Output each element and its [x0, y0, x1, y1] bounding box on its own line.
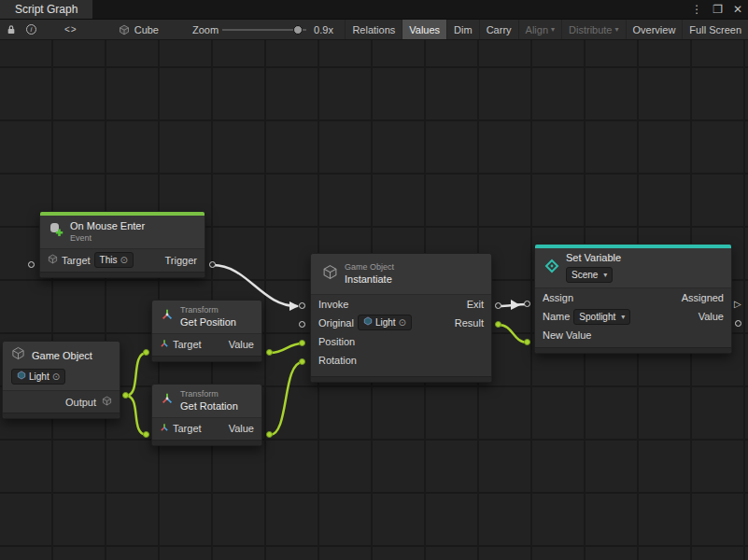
chevron-down-icon: ▾: [615, 25, 619, 34]
info-icon[interactable]: i: [26, 24, 36, 35]
zoom-label: Zoom: [192, 24, 219, 35]
port-getposition-target[interactable]: [143, 349, 149, 356]
wire-light-to-getposition: [126, 353, 147, 396]
gameobject-cube-icon: [322, 264, 338, 284]
port-setvariable-assign[interactable]: [524, 301, 530, 307]
wire-arrow-icon: [289, 301, 299, 311]
port-setvariable-assigned[interactable]: ▷: [734, 300, 741, 309]
port-label-original: Original: [318, 317, 354, 329]
node-set-variable[interactable]: Set Variable Scene ▾ Assign Assigned Nam…: [534, 244, 732, 354]
close-icon[interactable]: ✕: [733, 3, 742, 16]
node-footer: [152, 356, 261, 361]
mouse-enter-event-icon: [49, 222, 64, 241]
node-category: Transform: [180, 305, 236, 315]
port-label-result: Result: [455, 317, 484, 329]
port-getrotation-value[interactable]: [266, 431, 273, 438]
node-game-object-literal[interactable]: Game Object Light ⊙ Output: [2, 341, 120, 419]
node-footer: [40, 272, 205, 277]
align-button[interactable]: Align ▾: [518, 20, 561, 39]
port-getposition-value[interactable]: [266, 349, 273, 356]
node-get-rotation[interactable]: Transform Get Rotation Target Value: [151, 384, 262, 446]
port-label-assign: Assign: [543, 292, 573, 303]
dim-button[interactable]: Dim: [446, 20, 479, 39]
wire-rotation-value: [270, 362, 303, 435]
values-button[interactable]: Values: [402, 20, 446, 39]
graph-canvas[interactable]: On Mouse Enter Event Target This ⊙ Trigg…: [0, 40, 748, 560]
node-title: Get Rotation: [180, 400, 238, 413]
node-on-mouse-enter[interactable]: On Mouse Enter Event Target This ⊙ Trigg…: [39, 211, 205, 278]
gameobject-type-icon: [363, 316, 373, 329]
zoom-slider[interactable]: [222, 29, 306, 31]
port-label-assigned: Assigned: [682, 292, 724, 303]
port-label-exit: Exit: [467, 299, 484, 310]
node-footer: [152, 440, 261, 445]
node-title: Get Position: [180, 316, 236, 329]
menu-icon[interactable]: ⋮: [691, 3, 702, 16]
relations-button[interactable]: Relations: [345, 20, 402, 39]
node-header: On Mouse Enter Event: [40, 216, 205, 248]
port-label-target: Target: [173, 339, 202, 350]
port-setvariable-value[interactable]: [735, 320, 741, 327]
port-setvariable-newvalue[interactable]: [524, 339, 530, 345]
node-header: Set Variable Scene ▾: [535, 248, 731, 287]
wire-position-value: [270, 343, 303, 353]
tab-title: Script Graph: [15, 3, 78, 16]
target-picker-icon[interactable]: ⊙: [399, 316, 406, 329]
transform-icon: [161, 308, 174, 325]
port-instantiate-rotation[interactable]: [299, 358, 305, 365]
cube-object-icon: [119, 24, 130, 35]
port-instantiate-result[interactable]: [495, 321, 501, 328]
zoom-slider-handle[interactable]: [293, 25, 303, 35]
variable-icon: [544, 259, 559, 277]
target-picker-icon[interactable]: ⊙: [120, 254, 127, 266]
distribute-button[interactable]: Distribute ▾: [561, 20, 625, 39]
variable-name-dropdown[interactable]: Spotlight ▾: [573, 309, 630, 325]
node-category: Game Object: [345, 262, 394, 273]
code-icon[interactable]: <>: [64, 24, 78, 35]
node-get-position[interactable]: Transform Get Position Target Value: [151, 300, 262, 362]
port-gameobject-output[interactable]: [122, 392, 129, 399]
chevron-down-icon: ▾: [603, 269, 607, 281]
light-object-field[interactable]: Light ⊙: [11, 369, 65, 385]
node-header: Game Object: [3, 342, 120, 366]
port-onmouseenter-target[interactable]: [28, 261, 35, 268]
maximize-icon[interactable]: ❐: [713, 3, 723, 16]
port-onmouseenter-trigger[interactable]: [209, 261, 216, 268]
port-label-value: Value: [699, 311, 724, 322]
node-footer: [311, 376, 491, 382]
port-instantiate-position[interactable]: [299, 340, 305, 346]
node-footer: [535, 347, 731, 353]
node-header: Transform Get Rotation: [152, 385, 261, 417]
transform-type-icon: [160, 339, 169, 350]
node-title: Game Object: [32, 350, 92, 361]
node-title: Set Variable: [566, 252, 621, 264]
fullscreen-button[interactable]: Full Screen: [682, 20, 748, 39]
target-picker-icon[interactable]: ⊙: [52, 371, 60, 383]
lock-icon[interactable]: [7, 24, 16, 35]
overview-button[interactable]: Overview: [626, 20, 683, 39]
this-object-field[interactable]: This ⊙: [94, 252, 134, 268]
gameobject-type-icon: [48, 254, 58, 266]
port-instantiate-original[interactable]: [299, 321, 305, 328]
node-subtitle: Event: [70, 233, 145, 244]
node-title: On Mouse Enter: [70, 220, 145, 232]
port-label-rotation: Rotation: [318, 355, 357, 366]
port-label-position: Position: [318, 336, 355, 347]
port-instantiate-exit[interactable]: [495, 302, 501, 309]
variable-scope-dropdown[interactable]: Scene ▾: [566, 267, 613, 283]
port-label-target: Target: [173, 423, 202, 434]
gameobject-type-icon: [17, 371, 26, 383]
graph-owner-label: Cube: [134, 24, 159, 35]
port-instantiate-invoke[interactable]: [299, 302, 305, 309]
node-instantiate[interactable]: Game Object Instantiate Invoke Exit Orig…: [310, 253, 492, 383]
gameobject-type-icon: [102, 396, 112, 408]
original-object-field[interactable]: Light ⊙: [358, 315, 412, 330]
gameobject-cube-icon: [11, 346, 25, 364]
carry-button[interactable]: Carry: [479, 20, 518, 39]
chevron-down-icon: ▾: [621, 311, 625, 323]
port-label-output: Output: [65, 397, 96, 408]
wire-light-to-getrotation: [126, 396, 147, 435]
tab-script-graph[interactable]: Script Graph: [0, 0, 92, 19]
port-getrotation-target[interactable]: [143, 431, 149, 438]
node-title: Instantiate: [345, 273, 394, 286]
